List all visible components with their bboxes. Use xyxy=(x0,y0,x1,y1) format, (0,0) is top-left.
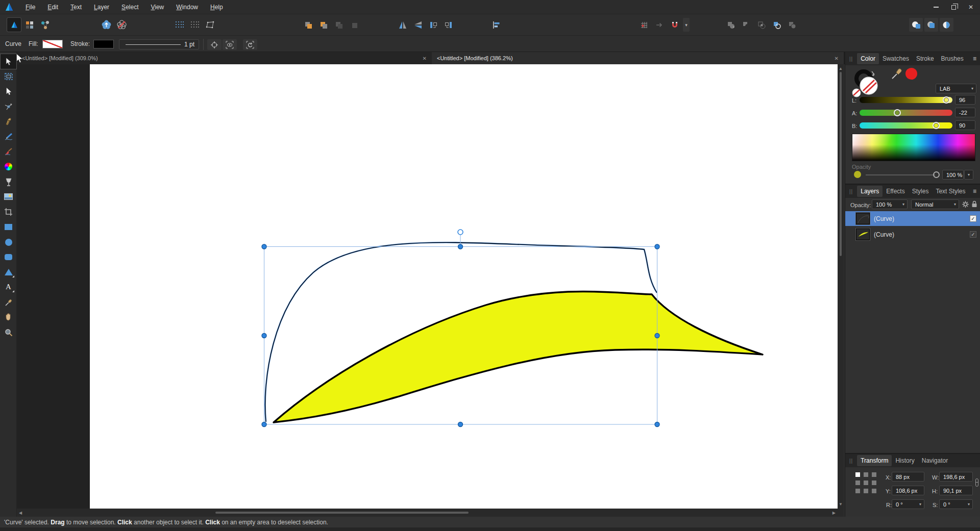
layers-opacity-dropdown[interactable]: 100 % ▾ xyxy=(872,199,908,209)
s-field[interactable]: 0 °▾ xyxy=(939,499,973,509)
anchor-top-center[interactable] xyxy=(864,472,868,477)
show-selection-button[interactable] xyxy=(223,39,237,50)
handle-mid-left[interactable] xyxy=(262,334,266,338)
view-mode-pixel-icon[interactable] xyxy=(924,18,938,32)
marquee-gray-icon[interactable] xyxy=(188,18,202,32)
snap-grid-icon[interactable] xyxy=(637,18,651,32)
handle-bottom-right[interactable] xyxy=(655,422,659,427)
anchor-bottom-center[interactable] xyxy=(864,489,868,493)
color-picker-icon[interactable] xyxy=(890,67,904,81)
vector-crop-tool[interactable] xyxy=(1,205,16,219)
anchor-bottom-right[interactable] xyxy=(872,489,876,493)
boolean-add-icon[interactable] xyxy=(724,18,738,32)
tab-stroke[interactable]: Stroke xyxy=(913,53,938,64)
scroll-right-icon[interactable]: ▶ xyxy=(832,511,836,515)
artboard-tool[interactable] xyxy=(1,69,16,84)
horizontal-scrollbar-thumb[interactable] xyxy=(215,512,469,514)
boolean-subtract-icon[interactable] xyxy=(739,18,753,32)
b-slider-track[interactable] xyxy=(860,122,952,129)
snapping-magnet-icon[interactable] xyxy=(668,18,681,32)
tab-styles[interactable]: Styles xyxy=(909,186,933,197)
yellow-curve-shape[interactable] xyxy=(274,291,763,422)
r-field[interactable]: 0 °▾ xyxy=(892,499,924,509)
a-value-box[interactable]: -22 xyxy=(955,108,975,117)
tab-effects[interactable]: Effects xyxy=(883,186,908,197)
a-slider-handle[interactable] xyxy=(894,109,901,116)
blend-mode-dropdown[interactable]: Normal ▾ xyxy=(911,199,959,209)
view-tool[interactable] xyxy=(1,310,16,324)
pixel-persona-button[interactable] xyxy=(22,18,36,32)
scroll-left-icon[interactable]: ◀ xyxy=(19,511,22,515)
layer-thumbnail[interactable] xyxy=(856,213,870,224)
canvas-viewport[interactable] xyxy=(17,64,838,509)
tab-transform[interactable]: Transform xyxy=(857,455,892,466)
menu-window[interactable]: Window xyxy=(170,0,204,14)
menu-layer[interactable]: Layer xyxy=(88,0,115,14)
place-image-tool[interactable] xyxy=(1,189,16,204)
menu-select[interactable]: Select xyxy=(115,0,144,14)
l-slider-handle[interactable] xyxy=(943,96,950,104)
opacity-slider-track[interactable] xyxy=(866,174,935,175)
l-slider-track[interactable] xyxy=(860,97,952,103)
move-tool[interactable] xyxy=(1,54,16,69)
zoom-tool[interactable] xyxy=(1,325,16,340)
lock-icon[interactable] xyxy=(971,200,977,208)
color-picker-tool[interactable] xyxy=(1,295,16,310)
stroke-width-control[interactable]: 1 pt xyxy=(119,39,199,49)
fill-stroke-selector[interactable] xyxy=(851,67,884,98)
tab-history[interactable]: History xyxy=(892,455,918,466)
layer-thumbnail[interactable] xyxy=(856,229,870,240)
b-value-box[interactable]: 90 xyxy=(955,120,975,130)
layer-visibility-checkbox[interactable]: ✓ xyxy=(970,231,976,238)
distort-grid-icon[interactable] xyxy=(203,18,217,32)
restore-button[interactable] xyxy=(946,2,961,13)
opacity-slider-handle[interactable] xyxy=(933,171,940,178)
view-mode-retina-icon[interactable] xyxy=(940,18,953,32)
vertical-scrollbar-thumb[interactable] xyxy=(840,72,842,256)
artistic-text-tool[interactable]: A xyxy=(1,280,16,294)
boolean-combine-icon[interactable] xyxy=(785,18,799,32)
tab-color[interactable]: Color xyxy=(857,53,879,64)
panel-grip-icon[interactable]: || xyxy=(849,458,853,464)
layer-row-2[interactable]: (Curve) ✓ xyxy=(845,227,980,242)
rounded-rectangle-tool[interactable] xyxy=(1,249,16,264)
export-persona-button[interactable] xyxy=(38,18,52,32)
tab-navigator[interactable]: Navigator xyxy=(918,455,951,466)
layer-visibility-checkbox[interactable]: ✓ xyxy=(970,215,976,222)
anchor-top-right[interactable] xyxy=(872,472,876,477)
marquee-blue-icon[interactable] xyxy=(173,18,186,32)
tab-layers[interactable]: Layers xyxy=(857,186,883,197)
boolean-intersect-icon[interactable] xyxy=(754,18,768,32)
blend-options-gear-icon[interactable] xyxy=(962,200,969,208)
menu-help[interactable]: Help xyxy=(204,0,229,14)
alignment-icon[interactable] xyxy=(489,18,503,32)
document-tab-2[interactable]: <Untitled> [Modified] (386.2%) ✕ xyxy=(432,52,844,64)
scroll-up-icon[interactable]: ▲ xyxy=(839,66,843,71)
flower-slash-icon[interactable] xyxy=(115,18,129,32)
anchor-mid-right[interactable] xyxy=(872,481,876,485)
insert-inside-icon[interactable] xyxy=(332,18,346,32)
layer-row-1[interactable]: (Curve) ✓ xyxy=(845,211,980,226)
stroke-color-swatch[interactable] xyxy=(93,40,114,48)
a-slider-track[interactable] xyxy=(860,110,952,116)
move-to-front-icon[interactable] xyxy=(442,18,455,32)
tab-swatches[interactable]: Swatches xyxy=(879,53,913,64)
anchor-top-left[interactable] xyxy=(855,472,860,477)
anchor-point-selector[interactable] xyxy=(855,472,876,493)
l-value-box[interactable]: 96 xyxy=(955,95,975,105)
anchor-mid-left[interactable] xyxy=(855,481,860,485)
pencil-tool[interactable] xyxy=(1,129,16,144)
pen-tool[interactable] xyxy=(1,114,16,129)
triangle-tool[interactable] xyxy=(1,265,16,280)
replace-selection-icon[interactable] xyxy=(347,18,361,32)
anchor-bottom-left[interactable] xyxy=(855,489,860,493)
close-button[interactable]: ✕ xyxy=(964,2,978,13)
horizontal-scrollbar[interactable]: ◀ ▶ xyxy=(17,509,838,517)
insert-behind-icon[interactable] xyxy=(301,18,315,32)
y-field[interactable]: 108,6 px xyxy=(892,486,924,495)
menu-file[interactable]: File xyxy=(19,0,41,14)
rotation-handle[interactable] xyxy=(458,230,463,235)
handle-bottom-left[interactable] xyxy=(262,422,266,427)
vector-brush-tool[interactable] xyxy=(1,144,16,159)
boolean-divide-icon[interactable] xyxy=(770,18,783,32)
